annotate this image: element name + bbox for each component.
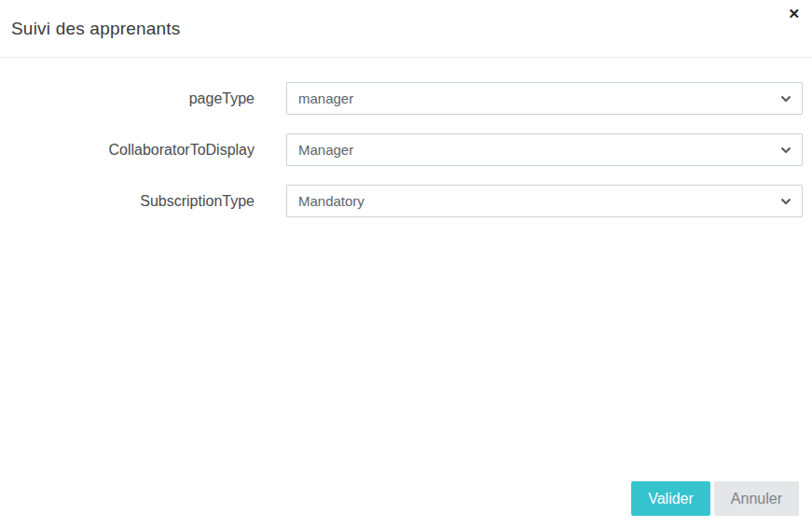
collaborator-select[interactable]: Manager: [286, 133, 803, 166]
learner-tracking-dialog: Suivi des apprenants ✕ pageType manager …: [0, 0, 812, 527]
pagetype-label: pageType: [0, 90, 255, 107]
collaborator-select-wrap: Manager: [286, 133, 803, 166]
dialog-header: Suivi des apprenants: [0, 0, 812, 58]
pagetype-select-wrap: manager: [286, 82, 803, 115]
form-row-subscription: SubscriptionType Mandatory: [0, 185, 812, 217]
subscription-select[interactable]: Mandatory: [286, 185, 803, 217]
collaborator-label: CollaboratorToDisplay: [0, 142, 255, 159]
dialog-title: Suivi des apprenants: [11, 19, 180, 39]
subscription-label: SubscriptionType: [0, 193, 255, 210]
close-icon[interactable]: ✕: [786, 5, 802, 22]
dialog-body: pageType manager CollaboratorToDisplay M…: [0, 58, 812, 217]
subscription-select-wrap: Mandatory: [286, 185, 803, 217]
dialog-footer: Valider Annuler: [631, 481, 799, 516]
cancel-button[interactable]: Annuler: [714, 481, 799, 516]
form-row-collaborator: CollaboratorToDisplay Manager: [0, 133, 812, 166]
validate-button[interactable]: Valider: [631, 481, 710, 516]
form-row-pagetype: pageType manager: [0, 82, 812, 115]
pagetype-select[interactable]: manager: [286, 82, 803, 115]
